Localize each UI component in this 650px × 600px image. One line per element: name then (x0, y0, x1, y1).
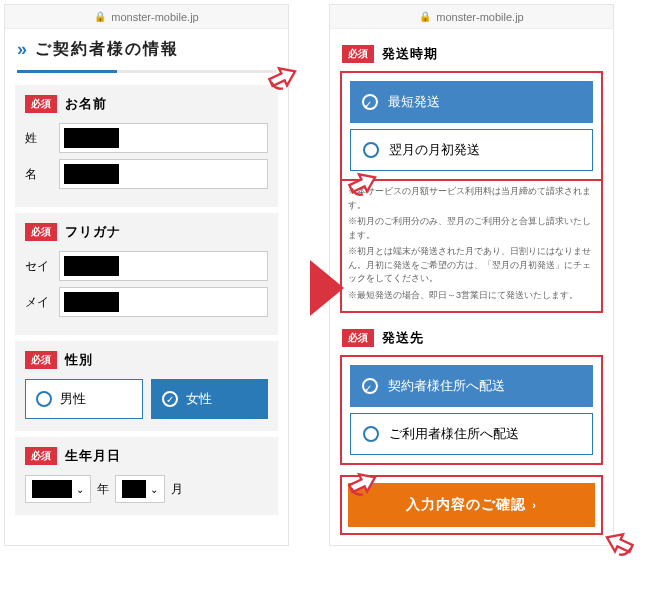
sei-input[interactable] (59, 123, 268, 153)
url-bar: 🔒 monster-mobile.jp (330, 5, 613, 29)
arrow-right-icon (310, 260, 344, 316)
caret-icon: ⌄ (150, 484, 158, 495)
shipping-time-label: 発送時期 (382, 45, 438, 63)
mei-label: 名 (25, 166, 51, 183)
lock-icon: 🔒 (419, 11, 431, 22)
section-title: » ご契約者様の情報 (5, 29, 288, 70)
required-badge: 必須 (25, 95, 57, 113)
kana-sei-label: セイ (25, 258, 51, 275)
confirm-button[interactable]: 入力内容のご確認 › (348, 483, 595, 527)
required-badge: 必須 (25, 223, 57, 241)
left-panel: 🔒 monster-mobile.jp » ご契約者様の情報 必須 お名前 姓 … (4, 4, 289, 546)
destination-group: 必須 発送先 ✓ 契約者様住所へ配送 ご利用者様住所へ配送 (340, 321, 603, 465)
radio-checked-icon: ✓ (162, 391, 178, 407)
ship-fastest-option[interactable]: ✓ 最短発送 (350, 81, 593, 123)
caret-icon: ⌄ (76, 484, 84, 495)
kana-group: 必須 フリガナ セイ メイ (15, 213, 278, 335)
radio-icon (363, 142, 379, 158)
name-label: お名前 (65, 95, 107, 113)
chevron-right-icon: › (532, 499, 537, 511)
chevron-icon: » (17, 39, 29, 60)
radio-icon (36, 391, 52, 407)
url-text: monster-mobile.jp (111, 11, 198, 23)
gender-label: 性別 (65, 351, 93, 369)
dob-group: 必須 生年月日 ⌄ 年 ⌄ 月 (15, 437, 278, 515)
dob-month-select[interactable]: ⌄ (115, 475, 165, 503)
shipping-time-group: 必須 発送時期 ✓ 最短発送 翌月の月初発送 ※本サービスの月額サービス利用料は… (340, 37, 603, 313)
dob-label: 生年月日 (65, 447, 121, 465)
url-bar: 🔒 monster-mobile.jp (5, 5, 288, 29)
radio-icon (363, 426, 379, 442)
radio-checked-icon: ✓ (362, 94, 378, 110)
submit-wrapper: 入力内容のご確認 › (340, 475, 603, 535)
title-underline (17, 70, 276, 73)
gender-group: 必須 性別 男性 ✓ 女性 (15, 341, 278, 431)
sei-label: 姓 (25, 130, 51, 147)
gender-female-radio[interactable]: ✓ 女性 (151, 379, 269, 419)
kana-label: フリガナ (65, 223, 121, 241)
required-badge: 必須 (25, 447, 57, 465)
name-group: 必須 お名前 姓 名 (15, 85, 278, 207)
shipping-notes: ※本サービスの月額サービス利用料は当月締めて請求されます。 ※初月のご利用分のみ… (340, 179, 603, 313)
ship-nextmonth-option[interactable]: 翌月の月初発送 (350, 129, 593, 171)
dob-year-select[interactable]: ⌄ (25, 475, 91, 503)
required-badge: 必須 (342, 329, 374, 347)
mei-input[interactable] (59, 159, 268, 189)
kana-sei-input[interactable] (59, 251, 268, 281)
dest-user-option[interactable]: ご利用者様住所へ配送 (350, 413, 593, 455)
required-badge: 必須 (342, 45, 374, 63)
kana-mei-input[interactable] (59, 287, 268, 317)
lock-icon: 🔒 (94, 11, 106, 22)
dest-contractor-option[interactable]: ✓ 契約者様住所へ配送 (350, 365, 593, 407)
destination-label: 発送先 (382, 329, 424, 347)
url-text: monster-mobile.jp (436, 11, 523, 23)
radio-checked-icon: ✓ (362, 378, 378, 394)
right-panel: 🔒 monster-mobile.jp 必須 発送時期 ✓ 最短発送 翌月の月初… (329, 4, 614, 546)
gender-male-radio[interactable]: 男性 (25, 379, 143, 419)
kana-mei-label: メイ (25, 294, 51, 311)
required-badge: 必須 (25, 351, 57, 369)
